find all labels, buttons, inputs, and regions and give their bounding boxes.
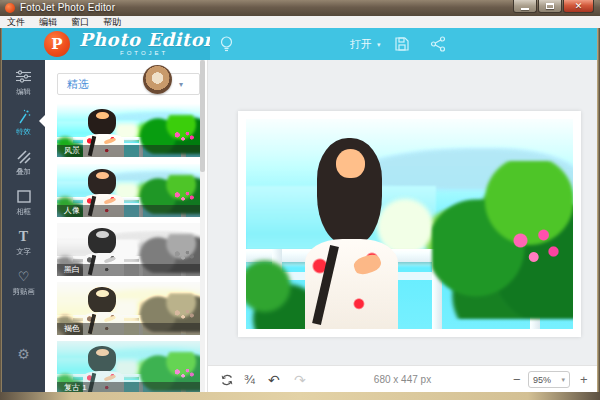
filter-thumbnail-label: 风景 — [57, 145, 200, 157]
filter-thumbnail-label: 黑白 — [57, 264, 200, 276]
scene-pink-flowers — [170, 131, 199, 145]
app-header: P Photo Editor FOTOJET 打开 ▾ — [2, 28, 597, 60]
photo-scene — [246, 119, 573, 329]
overlay-icon — [2, 148, 45, 165]
open-button[interactable]: 打开 ▾ — [350, 37, 381, 52]
girl-face — [96, 231, 109, 238]
filter-thumbnail-scenery[interactable]: 风景 — [57, 104, 200, 157]
window-controls: ✕ — [513, 0, 594, 13]
girl-face — [96, 290, 109, 297]
sidebar-label: 相框 — [4, 206, 44, 216]
menu-edit[interactable]: 编辑 — [39, 16, 57, 29]
maximize-icon — [546, 3, 554, 9]
sidebar-item-clipart[interactable]: ♡ 剪贴画 — [2, 268, 45, 304]
panel-scrollbar-thumb[interactable] — [200, 60, 205, 172]
chevron-down-icon: ▾ — [377, 41, 381, 49]
magic-wand-icon — [2, 108, 45, 125]
sidebar-label: 剪贴画 — [4, 286, 44, 296]
close-button[interactable]: ✕ — [563, 0, 594, 13]
chevron-down-icon: ▾ — [179, 80, 183, 89]
scene-pink-flowers — [170, 309, 199, 323]
scene-pink-flowers — [170, 250, 199, 264]
scene-railing — [57, 374, 200, 377]
zoom-out-button[interactable]: − — [513, 366, 521, 393]
logo-title: Photo Editor — [79, 29, 213, 50]
sidebar-label: 编辑 — [4, 86, 44, 96]
share-icon[interactable] — [430, 36, 446, 52]
sidebar-label: 文字 — [4, 246, 44, 256]
tool-sidebar: 编辑 特效 叠加 相框 T 文字 — [2, 60, 45, 392]
chevron-down-icon: ▾ — [561, 376, 565, 384]
window-title: FotoJet Photo Editor — [20, 2, 115, 13]
app-window: FotoJet Photo Editor ✕ 文件 编辑 窗口 帮助 P Pho… — [0, 0, 600, 400]
girl-face — [96, 172, 109, 179]
girl-hair — [88, 346, 116, 373]
scene-pink-flowers — [504, 224, 569, 279]
filter-thumbnail-bw[interactable]: 黑白 — [57, 223, 200, 276]
text-icon: T — [2, 228, 45, 245]
compare-ratio-icon[interactable]: ¾ — [244, 366, 255, 393]
sidebar-item-frame[interactable]: 相框 — [2, 188, 45, 224]
fotojet-logo-icon: P — [44, 31, 70, 57]
zoom-level-dropdown[interactable]: 95% ▾ — [528, 371, 570, 388]
editor-canvas[interactable] — [208, 60, 597, 365]
girl-face — [96, 349, 109, 356]
app-icon — [5, 3, 15, 13]
sidebar-item-text[interactable]: T 文字 — [2, 228, 45, 264]
zoom-level-value: 95% — [533, 375, 551, 385]
photo-frame[interactable] — [238, 111, 581, 337]
window-titlebar[interactable]: FotoJet Photo Editor ✕ — [0, 0, 600, 16]
redo-button[interactable]: ↷ — [294, 366, 306, 393]
undo-button[interactable]: ↶ — [268, 366, 280, 393]
girl-face — [336, 149, 365, 178]
sidebar-item-overlay[interactable]: 叠加 — [2, 148, 45, 184]
open-button-label: 打开 — [350, 37, 372, 52]
zoom-in-button[interactable]: + — [580, 366, 588, 393]
menu-help[interactable]: 帮助 — [103, 16, 121, 29]
coffee-avatar[interactable] — [143, 65, 172, 94]
girl-face — [96, 112, 109, 119]
sidebar-label: 叠加 — [4, 166, 44, 176]
girl-arm — [104, 374, 116, 382]
sliders-icon — [2, 68, 45, 85]
reset-icon[interactable] — [220, 366, 234, 393]
close-icon: ✕ — [575, 1, 583, 11]
effects-panel: 精选 ▾ 风景 — [45, 60, 208, 392]
frame-icon — [2, 188, 45, 205]
menu-file[interactable]: 文件 — [7, 16, 25, 29]
logo-subtitle: FOTOJET — [120, 50, 168, 56]
scene-mountains — [100, 348, 200, 359]
filter-thumbnail-vintage[interactable]: 复古 1 — [57, 341, 200, 392]
heart-icon: ♡ — [2, 268, 45, 285]
scene-pink-flowers — [170, 368, 199, 382]
filter-thumbnail-label: 人像 — [57, 205, 200, 217]
photo-image — [246, 119, 573, 329]
filter-thumbnail-label: 褐色 — [57, 323, 200, 335]
sidebar-label: 特效 — [4, 126, 44, 136]
header-logo-area: P Photo Editor FOTOJET — [2, 28, 210, 60]
logo-letter: P — [51, 35, 62, 53]
minimize-icon — [521, 8, 529, 10]
window-border-bottom — [0, 392, 600, 400]
maximize-button[interactable] — [538, 0, 562, 13]
category-dropdown[interactable]: 精选 ▾ — [57, 73, 200, 95]
bottom-toolbar: 680 x 447 px ¾ ↶ ↷ − 95% ▾ + — [208, 365, 597, 392]
category-selected: 精选 — [58, 77, 89, 92]
filter-thumbnail-label: 复古 1 — [57, 382, 200, 392]
filter-thumbnail-portrait[interactable]: 人像 — [57, 164, 200, 217]
filter-thumbnail-sepia[interactable]: 褐色 — [57, 282, 200, 335]
scene-bushes-far — [111, 360, 197, 378]
menu-window[interactable]: 窗口 — [71, 16, 89, 29]
gear-icon[interactable]: ⚙ — [2, 346, 45, 362]
menu-bar: 文件 编辑 窗口 帮助 — [0, 16, 600, 28]
sidebar-item-effects[interactable]: 特效 — [2, 108, 45, 144]
minimize-button[interactable] — [513, 0, 537, 13]
scene-pink-flowers — [170, 191, 199, 205]
lightbulb-icon[interactable] — [218, 35, 235, 53]
sidebar-item-edit[interactable]: 编辑 — [2, 68, 45, 104]
scene-lake — [57, 358, 140, 378]
save-icon[interactable] — [394, 36, 410, 52]
scene-girl — [298, 138, 409, 329]
filter-thumbnails-list: 风景 人像 — [57, 104, 200, 392]
